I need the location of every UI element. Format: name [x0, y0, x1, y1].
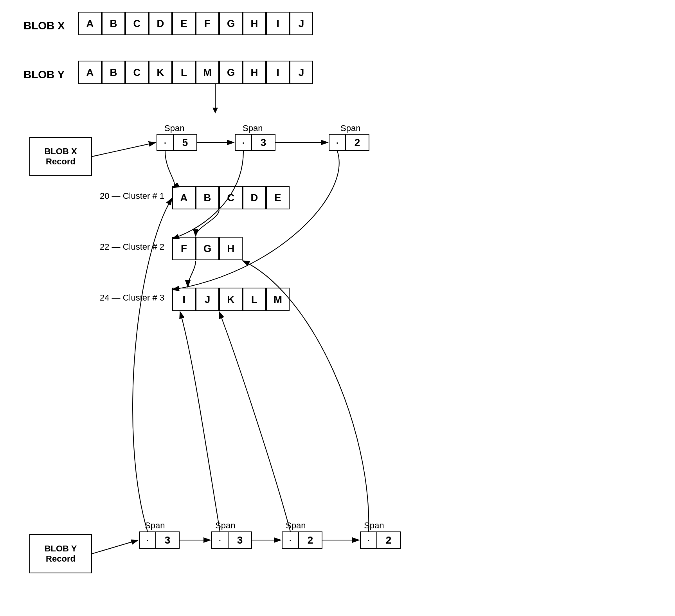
svg-line-6 [92, 540, 138, 554]
span-y-3-num: 2 [299, 531, 322, 549]
span-x-1: · 5 [157, 134, 197, 151]
cluster-3-row: I J K L M [172, 288, 290, 311]
span-x-3-num: 2 [346, 134, 369, 151]
span-x-1-num: 5 [174, 134, 197, 151]
blob-x-cell-J: J [290, 12, 313, 35]
span-x-label-1: Span [164, 123, 184, 133]
span-x-label-2: Span [243, 123, 263, 133]
cluster-3-cell-K: K [219, 288, 243, 311]
cluster-2-cell-G: G [196, 237, 219, 260]
blob-y-cell-I: I [266, 61, 290, 84]
span-y-4-dot: · [360, 531, 377, 549]
blob-x-cell-H: H [243, 12, 266, 35]
span-y-3: · 2 [282, 531, 322, 549]
blob-x-label: BLOB X [23, 20, 65, 32]
cluster-3-label: 24 — Cluster # 3 [100, 293, 164, 303]
span-x-2-num: 3 [252, 134, 275, 151]
blob-y-cell-H: H [243, 61, 266, 84]
span-y-3-dot: · [282, 531, 299, 549]
blob-y-label: BLOB Y [23, 68, 65, 81]
span-y-label-2: Span [215, 521, 235, 531]
span-x-1-dot: · [157, 134, 174, 151]
blob-y-cell-K: K [149, 61, 172, 84]
blob-x-cell-B: B [102, 12, 125, 35]
span-x-2: · 3 [235, 134, 275, 151]
blob-x-row: A B C D E F G H I J [78, 12, 313, 35]
cluster-1-label: 20 — Cluster # 1 [100, 191, 164, 201]
span-x-2-dot: · [235, 134, 252, 151]
cluster-2-cell-H: H [219, 237, 243, 260]
cluster-1-cell-E: E [266, 186, 290, 209]
blob-y-cell-G: G [219, 61, 243, 84]
cluster-1-cell-B: B [196, 186, 219, 209]
blob-x-cell-D: D [149, 12, 172, 35]
span-x-label-3: Span [340, 123, 360, 133]
span-y-1-num: 3 [156, 531, 180, 549]
blob-y-cell-M: M [196, 61, 219, 84]
span-y-4: · 2 [360, 531, 401, 549]
cluster-1-cell-A: A [172, 186, 196, 209]
diagram: BLOB X A B C D E F G H I J BLOB Y A B C … [0, 0, 675, 616]
cluster-1-cell-C: C [219, 186, 243, 209]
blob-x-cell-F: F [196, 12, 219, 35]
blob-x-cell-A: A [78, 12, 102, 35]
blob-y-row: A B C K L M G H I J [78, 61, 313, 84]
span-y-2: · 3 [211, 531, 252, 549]
cluster-3-cell-I: I [172, 288, 196, 311]
blob-x-cell-G: G [219, 12, 243, 35]
blob-y-cell-J: J [290, 61, 313, 84]
span-y-1: · 3 [139, 531, 180, 549]
cluster-2-cell-F: F [172, 237, 196, 260]
blob-x-cell-C: C [125, 12, 149, 35]
blob-x-cell-I: I [266, 12, 290, 35]
cluster-1-row: A B C D E [172, 186, 290, 209]
span-x-3-dot: · [329, 134, 346, 151]
blob-y-cell-L: L [172, 61, 196, 84]
cluster-2-row: F G H [172, 237, 243, 260]
cluster-3-cell-L: L [243, 288, 266, 311]
blob-x-cell-E: E [172, 12, 196, 35]
span-y-label-3: Span [286, 521, 306, 531]
span-y-4-num: 2 [377, 531, 401, 549]
svg-marker-1 [212, 108, 218, 113]
arrows-svg [0, 0, 675, 616]
blob-y-record-box: BLOB YRecord [29, 534, 92, 573]
span-y-1-dot: · [139, 531, 156, 549]
cluster-3-cell-M: M [266, 288, 290, 311]
span-y-2-num: 3 [229, 531, 252, 549]
cluster-2-label: 22 — Cluster # 2 [100, 242, 164, 252]
cluster-1-cell-D: D [243, 186, 266, 209]
svg-line-3 [92, 142, 156, 157]
blob-y-cell-C: C [125, 61, 149, 84]
blob-x-record-box: BLOB XRecord [29, 137, 92, 176]
down-arrow [207, 84, 223, 115]
blob-y-cell-A: A [78, 61, 102, 84]
span-y-2-dot: · [211, 531, 229, 549]
span-y-label-1: Span [145, 521, 165, 531]
span-x-3: · 2 [329, 134, 369, 151]
cluster-3-cell-J: J [196, 288, 219, 311]
blob-y-cell-B: B [102, 61, 125, 84]
span-y-label-4: Span [364, 521, 384, 531]
